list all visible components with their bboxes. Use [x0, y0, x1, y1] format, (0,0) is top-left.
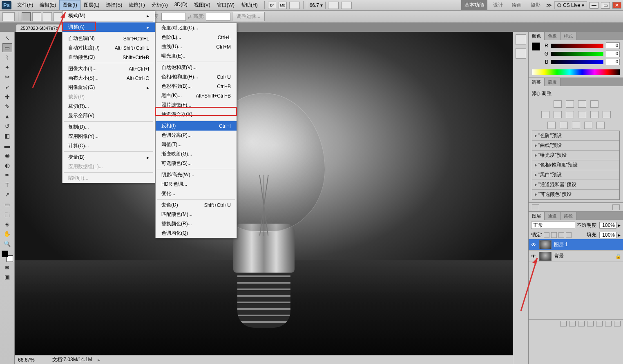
workspace-more-icon[interactable]: ≫: [546, 2, 552, 8]
selmode-sub-icon[interactable]: [43, 12, 52, 21]
lasso-tool[interactable]: ⌇: [2, 53, 12, 62]
menu-item[interactable]: 自动对比度(U)Alt+Shift+Ctrl+L: [63, 43, 155, 53]
menu-0[interactable]: 文件(F): [14, 0, 36, 10]
menu-8[interactable]: 视图(V): [191, 0, 214, 10]
tab-channels[interactable]: 通道: [545, 212, 560, 220]
submenu-item[interactable]: 反相(I)Ctrl+I: [156, 121, 237, 131]
heal-tool[interactable]: ✚: [2, 92, 12, 101]
menu-item[interactable]: 图像大小(I)...Alt+Ctrl+I: [63, 64, 155, 73]
submenu-item[interactable]: 渐变映射(G)...: [156, 149, 237, 159]
lock-trans-icon[interactable]: [544, 232, 549, 238]
submenu-item[interactable]: 色阶(L)...Ctrl+L: [156, 33, 237, 42]
crop-tool[interactable]: ✂: [2, 73, 12, 82]
eraser-tool[interactable]: ◧: [2, 131, 12, 140]
eyedropper-tool[interactable]: ➶: [2, 82, 12, 91]
submenu-item[interactable]: 曲线(U)...Ctrl+M: [156, 42, 237, 51]
adj-hue-icon[interactable]: [554, 111, 562, 118]
spectrum-bar[interactable]: [532, 69, 620, 75]
tab-paths[interactable]: 路径: [560, 212, 576, 220]
menu-3[interactable]: 图层(L): [80, 0, 103, 10]
submenu-item[interactable]: 匹配颜色(M)...: [156, 210, 237, 219]
cslive-button[interactable]: CS Live ▾: [554, 1, 587, 9]
submenu-item[interactable]: HDR 色调...: [156, 180, 237, 189]
tab-adjustments[interactable]: 调整: [529, 78, 545, 86]
submenu-item[interactable]: 色调均化(Q): [156, 229, 237, 238]
link-layers-icon[interactable]: [560, 321, 567, 326]
minibridge-icon[interactable]: Mb: [279, 2, 287, 9]
adj-levels-icon[interactable]: [566, 100, 574, 108]
menu-5[interactable]: 滤镜(T): [125, 0, 148, 10]
submenu-item[interactable]: 阴影/高光(W)...: [156, 170, 237, 180]
r-value[interactable]: 0: [606, 42, 620, 49]
g-slider[interactable]: [551, 52, 603, 56]
tool-preset-icon[interactable]: [2, 12, 15, 21]
menu-item[interactable]: 自动色调(N)Shift+Ctrl+L: [63, 34, 155, 43]
layer-row[interactable]: 👁背景🔒: [529, 251, 623, 262]
adj-footer-trash-icon[interactable]: [612, 204, 620, 210]
submenu-item[interactable]: 替换颜色(R)...: [156, 219, 237, 229]
quickmask-tool[interactable]: ◙: [2, 263, 12, 272]
menu-item[interactable]: 变量(B)▸: [63, 153, 155, 162]
refine-edge-button[interactable]: 调整边缘...: [232, 12, 265, 21]
gradient-tool[interactable]: ▬: [2, 141, 12, 150]
group-icon[interactable]: [596, 321, 603, 326]
mask-icon[interactable]: [578, 321, 585, 326]
workspace-tab-photo[interactable]: 摄影: [527, 0, 544, 10]
document-tab[interactable]: 2537823-6f347e7b: [16, 24, 62, 32]
adj-selcolor-icon[interactable]: [596, 122, 605, 129]
lock-all-icon[interactable]: [566, 232, 572, 238]
visibility-icon[interactable]: 👁: [530, 253, 537, 259]
selmode-add-icon[interactable]: [32, 12, 41, 21]
screenmode-icon[interactable]: [341, 2, 352, 9]
history-panel-icon[interactable]: [516, 34, 526, 45]
history-brush-tool[interactable]: ↺: [2, 122, 12, 131]
3d-tool[interactable]: ⬚: [2, 210, 12, 219]
menu-6[interactable]: 分析(A): [148, 0, 171, 10]
tab-masks[interactable]: 蒙版: [545, 78, 560, 86]
fgbg-swatch[interactable]: [2, 251, 13, 262]
lock-pos-icon[interactable]: [558, 232, 564, 238]
actions-panel-icon[interactable]: [516, 48, 526, 59]
preset-item[interactable]: "曝光度"预设: [532, 151, 619, 160]
type-tool[interactable]: T: [2, 180, 12, 189]
preset-item[interactable]: "曲线"预设: [532, 141, 619, 151]
r-slider[interactable]: [551, 44, 603, 48]
marquee-tool[interactable]: ▭: [2, 43, 12, 52]
adj-layer-icon[interactable]: [587, 321, 594, 326]
g-value[interactable]: 0: [606, 51, 620, 57]
adj-gradmap-icon[interactable]: [584, 122, 592, 129]
workspace-tab-design[interactable]: 设计: [490, 0, 506, 10]
menu-item[interactable]: 图像旋转(G)▸: [63, 83, 155, 92]
submenu-item[interactable]: 阈值(T)...: [156, 140, 237, 149]
window-close-icon[interactable]: ✕: [612, 2, 621, 9]
menu-item[interactable]: 显示全部(V): [63, 111, 155, 120]
arrange-icon[interactable]: [328, 2, 339, 9]
adj-invert-icon[interactable]: [547, 122, 556, 129]
window-max-icon[interactable]: ▭: [601, 2, 610, 9]
trash-icon[interactable]: [614, 321, 621, 326]
menu-4[interactable]: 选择(S): [103, 0, 125, 10]
adj-photofilter-icon[interactable]: [590, 111, 598, 118]
menu-9[interactable]: 窗口(W): [214, 0, 238, 10]
preset-item[interactable]: "色相/饱和度"预设: [532, 160, 619, 170]
submenu-item[interactable]: 亮度/对比度(C)...: [156, 23, 237, 33]
submenu-item[interactable]: 照片滤镜(F)...: [156, 100, 237, 110]
adj-chanmix-icon[interactable]: [603, 111, 611, 118]
fill-arrow-icon[interactable]: ▸: [618, 232, 621, 238]
tab-layers[interactable]: 图层: [529, 212, 545, 220]
submenu-item[interactable]: 曝光度(E)...: [156, 51, 237, 61]
opacity-arrow-icon[interactable]: ▸: [618, 222, 621, 228]
adj-balance-icon[interactable]: [566, 111, 574, 118]
submenu-item[interactable]: 可选颜色(S)...: [156, 159, 237, 168]
menu-item[interactable]: 计算(C)...: [63, 141, 155, 151]
color-swatch[interactable]: [532, 42, 540, 51]
bridge-icon[interactable]: Br: [268, 2, 276, 9]
adj-bw-icon[interactable]: [578, 111, 586, 118]
menu-7[interactable]: 3D(D): [171, 0, 191, 10]
shape-tool[interactable]: ▭: [2, 200, 12, 209]
submenu-item[interactable]: 黑白(K)...Alt+Shift+Ctrl+B: [156, 91, 237, 100]
brush-tool[interactable]: ✎: [2, 102, 12, 111]
submenu-item[interactable]: 通道混合器(X)...: [156, 110, 237, 119]
lock-paint-icon[interactable]: [551, 232, 557, 238]
submenu-item[interactable]: 去色(D)Shift+Ctrl+U: [156, 200, 237, 210]
